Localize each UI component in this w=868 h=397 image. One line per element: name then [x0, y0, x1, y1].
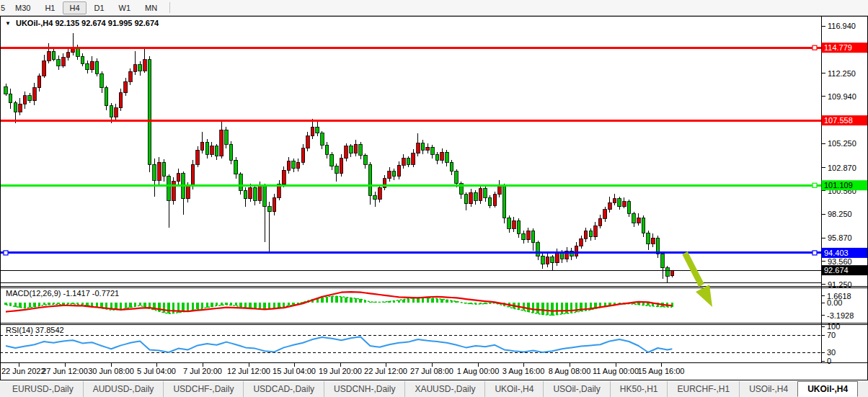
macd-histogram-bar — [350, 298, 352, 303]
chart-tab-usdchf-daily[interactable]: USDCHF-,Daily — [163, 381, 243, 397]
macd-histogram-bar — [206, 303, 208, 308]
macd-histogram-bar — [532, 303, 534, 313]
macd-histogram-bar — [263, 303, 265, 309]
timeframe-button-h4[interactable]: H4 — [63, 1, 86, 14]
macd-histogram-bar — [436, 299, 438, 303]
macd-histogram-bar — [254, 303, 256, 308]
macd-histogram-bar — [536, 303, 539, 313]
macd-histogram-bar — [523, 303, 525, 311]
macd-panel — [4, 292, 673, 315]
chart-tab-eurusd-daily[interactable]: EURUSD-,Daily — [3, 381, 83, 397]
macd-histogram-bar — [427, 298, 429, 303]
macd-histogram-bar — [125, 303, 127, 308]
macd-histogram-bar — [38, 303, 40, 306]
macd-histogram-bar — [139, 303, 141, 305]
chart-plot-area[interactable] — [0, 17, 821, 286]
macd-histogram-bar — [546, 303, 549, 315]
macd-histogram-bar — [345, 298, 347, 303]
macd-histogram-bar — [565, 303, 567, 313]
macd-histogram-bar — [129, 303, 131, 308]
chart-tab-xauusd-daily[interactable]: XAUUSD-,Daily — [404, 381, 484, 397]
timeframe-button-m30[interactable]: M30 — [9, 1, 37, 14]
macd-histogram-bar — [551, 303, 553, 316]
chart-tabs-bar: EURUSD-,DailyAUDUSD-,DailyUSDCHF-,DailyU… — [0, 381, 868, 397]
macd-histogram-bar — [326, 297, 328, 303]
macd-histogram-bar — [335, 296, 337, 303]
macd-histogram-bar — [556, 303, 558, 315]
macd-histogram-bar — [422, 298, 424, 303]
macd-histogram-bar — [29, 303, 31, 308]
timeframe-button-d1[interactable]: D1 — [88, 1, 111, 14]
macd-histogram-bar — [561, 303, 563, 314]
chart-tab-usoil-daily[interactable]: USOil-,Daily — [543, 381, 609, 397]
rsi-panel — [6, 336, 672, 352]
macd-histogram-bar — [268, 303, 270, 309]
chart-tab-audusd-daily[interactable]: AUDUSD-,Daily — [83, 381, 164, 397]
macd-histogram-bar — [167, 303, 169, 313]
timeframe-button-h1[interactable]: H1 — [38, 1, 61, 14]
timeframe-button-w1[interactable]: W1 — [112, 1, 138, 14]
macd-histogram-bar — [331, 296, 333, 303]
macd-histogram-bar — [235, 303, 237, 305]
macd-histogram-bar — [259, 303, 261, 309]
timeframe-toolbar: 5M30H1H4D1W1MN — [0, 0, 868, 16]
macd-histogram-bar — [244, 303, 247, 308]
macd-histogram-bar — [278, 303, 280, 308]
macd-histogram-bar — [201, 303, 203, 308]
chart-canvas: 116.940112.250109.940105.250102.870100.5… — [0, 0, 868, 397]
macd-histogram-bar — [412, 298, 415, 303]
price-scale-drag-area[interactable] — [821, 17, 867, 362]
chart-tab-usdcnh-daily[interactable]: USDCNH-,Daily — [324, 381, 404, 397]
macd-histogram-bar — [273, 303, 275, 308]
macd-histogram-bar — [19, 303, 21, 308]
macd-histogram-bar — [249, 303, 251, 308]
chart-tab-usdcad-daily[interactable]: USDCAD-,Daily — [243, 381, 324, 397]
chart-tab-ukoil-h4[interactable]: UKOil-,H4 — [484, 381, 543, 397]
chart-tab-eurchf-h1[interactable]: EURCHF-,H1 — [667, 381, 739, 397]
toolbar-separator — [169, 2, 170, 13]
macd-histogram-bar — [541, 303, 544, 315]
macd-histogram-bar — [355, 298, 357, 303]
macd-histogram-bar — [239, 303, 242, 307]
macd-histogram-bar — [187, 303, 189, 311]
macd-histogram-bar — [570, 303, 572, 313]
chart-tab-usoil-h4[interactable]: USOil-,H4 — [739, 381, 797, 397]
macd-histogram-bar — [24, 303, 26, 308]
rsi-line — [6, 336, 672, 352]
macd-histogram-bar — [527, 303, 529, 312]
macd-histogram-bar — [321, 298, 323, 303]
time-scale-drag-area[interactable] — [0, 363, 821, 380]
macd-histogram-bar — [192, 303, 194, 311]
macd-histogram-bar — [288, 303, 290, 305]
chart-tab-ukoil-h4-active[interactable]: UKOil-,H4 — [797, 381, 858, 397]
macd-histogram-bar — [120, 303, 122, 309]
macd-histogram-bar — [340, 297, 342, 303]
macd-histogram-bar — [143, 303, 146, 307]
chart-tab-hk50-h1[interactable]: HK50-,H1 — [610, 381, 668, 397]
macd-histogram-bar — [431, 298, 433, 303]
macd-histogram-bar — [134, 303, 136, 306]
trading-terminal-window: 116.940112.250109.940105.250102.870100.5… — [0, 0, 868, 397]
timeframe-button-mn[interactable]: MN — [138, 1, 164, 14]
macd-histogram-bar — [196, 303, 198, 309]
timeframe-m5-partial[interactable]: 5 — [1, 4, 8, 12]
macd-histogram-bar — [163, 303, 165, 313]
